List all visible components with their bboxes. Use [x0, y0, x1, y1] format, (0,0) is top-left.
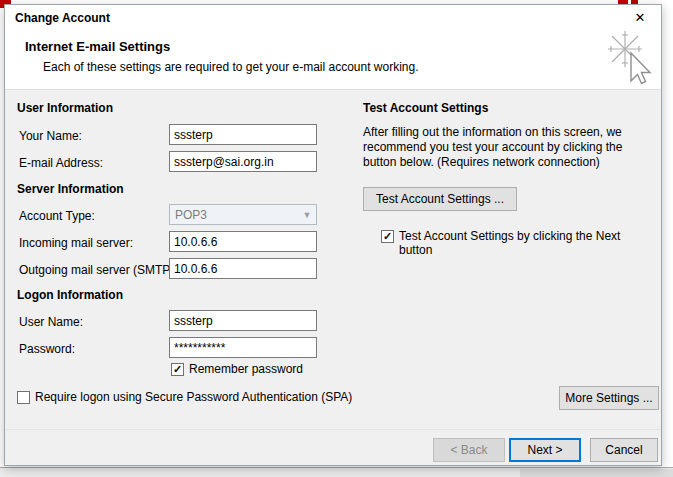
account-type-label: Account Type: — [19, 209, 95, 223]
dialog-title: Change Account — [5, 11, 110, 25]
spa-checkbox[interactable]: Require logon using Secure Password Auth… — [17, 390, 352, 404]
checkbox-box-checked: ✓ — [381, 230, 394, 243]
test-on-next-label: Test Account Settings by clicking the Ne… — [399, 229, 657, 257]
user-name-label: User Name: — [19, 315, 83, 329]
sparkle-cursor-graphic — [603, 29, 661, 87]
account-type-value: POP3 — [170, 208, 298, 222]
section-user-information: User Information — [17, 101, 113, 115]
check-icon: ✓ — [383, 231, 392, 242]
password-input[interactable] — [169, 337, 317, 358]
footer-separator — [6, 429, 661, 430]
background-window-edge — [520, 469, 673, 477]
checkbox-box-checked: ✓ — [171, 363, 184, 376]
user-name-input[interactable] — [169, 310, 317, 331]
spa-label: Require logon using Secure Password Auth… — [35, 390, 352, 404]
test-description: After filling out the information on thi… — [363, 125, 659, 170]
close-button[interactable]: ✕ — [619, 5, 661, 30]
your-name-label: Your Name: — [19, 129, 82, 143]
background-window-strip — [0, 467, 673, 477]
header-subtitle: Each of these settings are required to g… — [43, 60, 419, 74]
dialog-titlebar[interactable]: Change Account ✕ — [5, 5, 661, 30]
section-logon-information: Logon Information — [17, 288, 123, 302]
password-label: Password: — [19, 342, 75, 356]
test-account-settings-button[interactable]: Test Account Settings ... — [363, 187, 517, 211]
test-on-next-checkbox[interactable]: ✓ Test Account Settings by clicking the … — [381, 229, 657, 257]
wizard-header: Internet E-mail Settings Each of these s… — [5, 30, 661, 90]
more-settings-button[interactable]: More Settings ... — [559, 386, 659, 410]
change-account-dialog: Change Account ✕ Internet E-mail Setting… — [4, 4, 662, 466]
incoming-server-input[interactable] — [169, 231, 317, 252]
section-test-account-settings: Test Account Settings — [363, 101, 488, 115]
email-address-label: E-mail Address: — [19, 156, 103, 170]
outgoing-server-input[interactable] — [169, 258, 317, 279]
remember-password-checkbox[interactable]: ✓ Remember password — [171, 362, 303, 376]
account-type-select[interactable]: POP3 ▼ — [169, 204, 317, 225]
incoming-server-label: Incoming mail server: — [19, 236, 133, 250]
back-button[interactable]: < Back — [433, 438, 505, 462]
your-name-input[interactable] — [169, 124, 317, 145]
email-address-input[interactable] — [169, 151, 317, 172]
remember-password-label: Remember password — [189, 362, 303, 376]
chevron-down-icon: ▼ — [298, 210, 316, 220]
section-server-information: Server Information — [17, 182, 124, 196]
header-title: Internet E-mail Settings — [25, 39, 170, 54]
outgoing-server-label: Outgoing mail server (SMTP): — [19, 263, 178, 277]
check-icon: ✓ — [173, 364, 182, 375]
checkbox-box-unchecked — [17, 391, 30, 404]
close-icon: ✕ — [635, 10, 646, 25]
cancel-button[interactable]: Cancel — [590, 438, 658, 462]
next-button[interactable]: Next > — [509, 438, 581, 462]
